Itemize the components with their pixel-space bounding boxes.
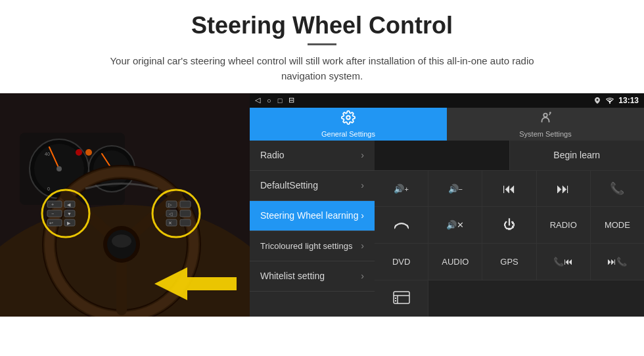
dvd-label: DVD <box>392 257 410 267</box>
device-panel: ◁ ○ □ ⊟ 13:13 <box>250 93 644 317</box>
menu-whitelist-arrow: › <box>361 271 364 281</box>
power-button[interactable]: ⏻ <box>482 207 536 243</box>
page-wrapper: Steering Wheel Control Your original car… <box>0 0 644 317</box>
svg-text:0: 0 <box>47 187 50 191</box>
svg-text:↩: ↩ <box>49 221 53 225</box>
menu-item-tricoloured[interactable]: Tricoloured light settings › <box>250 231 375 261</box>
phone-button[interactable]: 📞 <box>591 171 644 207</box>
next-track-icon: ⏭📞 <box>607 256 627 267</box>
menu-radio-label: Radio <box>260 150 285 160</box>
menu-item-radio[interactable]: Radio › <box>250 141 375 171</box>
svg-text:40: 40 <box>45 152 50 156</box>
left-menu: Radio › DefaultSetting › Steering Wheel … <box>250 141 375 317</box>
controls-grid: 🔊+ 🔊− ⏮ <box>375 171 644 317</box>
tab-general[interactable]: General Settings <box>250 108 447 140</box>
title-divider <box>308 43 336 45</box>
svg-point-51 <box>346 116 350 120</box>
svg-text:▼: ▼ <box>67 211 72 216</box>
dvd-button[interactable]: DVD <box>375 244 428 280</box>
prev-icon: ⏮ <box>503 181 516 196</box>
begin-learn-button[interactable]: Begin learn <box>510 141 645 170</box>
nav-back-icon[interactable]: ◁ <box>255 96 260 104</box>
svg-line-55 <box>407 226 408 229</box>
svg-text:+: + <box>51 202 54 207</box>
hang-up-button[interactable] <box>375 207 428 243</box>
svg-point-49 <box>597 99 599 100</box>
wifi-icon <box>605 97 614 104</box>
menu-whitelist-label: Whitelist setting <box>260 271 325 281</box>
next-icon: ⏭ <box>557 181 570 196</box>
svg-rect-45 <box>180 201 191 208</box>
nav-home-icon[interactable]: ○ <box>267 97 271 104</box>
next-track-button[interactable]: ⏭📞 <box>591 244 644 280</box>
nav-recent-icon[interactable]: □ <box>278 97 283 104</box>
menu-item-whitelist[interactable]: Whitelist setting › <box>250 261 375 292</box>
svg-rect-46 <box>180 210 191 217</box>
svg-point-24 <box>112 234 131 248</box>
tab-bar: General Settings System Settings <box>250 108 644 140</box>
svg-text:−: − <box>51 211 54 216</box>
svg-point-6 <box>57 166 62 171</box>
prev-track-button[interactable]: 📞⏮ <box>537 244 591 280</box>
svg-line-54 <box>394 226 396 229</box>
empty-btn-2[interactable] <box>428 280 644 317</box>
power-icon: ⏻ <box>503 218 515 232</box>
svg-rect-28 <box>47 210 62 217</box>
prev-button[interactable]: ⏮ <box>482 171 536 207</box>
vol-up-button[interactable]: 🔊+ <box>375 171 428 207</box>
empty-placeholder <box>375 141 510 170</box>
controls-row-3: DVD AUDIO GPS 📞⏮ <box>375 244 644 280</box>
audio-button[interactable]: AUDIO <box>428 244 482 280</box>
menu-steering-label: Steering Wheel learning <box>260 210 358 221</box>
svg-text:✕: ✕ <box>168 221 172 225</box>
extra-button[interactable] <box>375 280 428 317</box>
begin-learn-row: Begin learn <box>375 141 644 171</box>
prev-track-icon: 📞⏮ <box>553 256 573 267</box>
status-bar: ◁ ○ □ ⊟ 13:13 <box>250 93 644 108</box>
page-title: Steering Wheel Control <box>26 12 618 39</box>
tab-general-label: General Settings <box>321 130 375 138</box>
hang-up-icon <box>394 219 409 231</box>
menu-item-steering[interactable]: Steering Wheel learning › <box>250 201 375 231</box>
controls-row-1: 🔊+ 🔊− ⏮ <box>375 171 644 208</box>
mute-button[interactable]: 🔊✕ <box>428 207 482 243</box>
header-section: Steering Wheel Control Your original car… <box>0 0 644 91</box>
mode-label: MODE <box>605 220 630 230</box>
radio-button[interactable]: RADIO <box>537 207 591 243</box>
right-controls: Begin learn 🔊+ <box>375 141 644 317</box>
menu-steering-arrow: › <box>361 210 364 221</box>
menu-default-arrow: › <box>361 180 364 190</box>
gps-button[interactable]: GPS <box>482 244 536 280</box>
svg-point-15 <box>85 149 92 156</box>
menu-tricoloured-label: Tricoloured light settings <box>260 241 352 251</box>
general-settings-icon <box>341 110 356 128</box>
tab-system[interactable]: System Settings <box>447 108 644 140</box>
vol-up-icon: 🔊+ <box>394 184 408 194</box>
svg-point-50 <box>609 102 610 104</box>
next-button[interactable]: ⏭ <box>537 171 591 207</box>
mode-button[interactable]: MODE <box>591 207 644 243</box>
location-icon <box>593 97 601 104</box>
vol-down-icon: 🔊− <box>448 184 463 194</box>
nav-extra-icon[interactable]: ⊟ <box>288 96 294 104</box>
tab-system-label: System Settings <box>519 130 571 138</box>
content-area: 0 80 40 <box>0 93 644 317</box>
car-image: 0 80 40 <box>0 93 250 317</box>
extra-icon <box>392 290 411 307</box>
svg-rect-26 <box>47 201 62 208</box>
menu-item-default[interactable]: DefaultSetting › <box>250 171 375 201</box>
svg-rect-60 <box>395 300 396 301</box>
system-settings-icon <box>538 110 553 128</box>
controls-row-4 <box>375 280 644 317</box>
svg-point-52 <box>543 114 547 118</box>
gps-label: GPS <box>500 257 518 267</box>
controls-row-2: 🔊✕ ⏻ RADIO MODE <box>375 207 644 244</box>
vol-down-button[interactable]: 🔊− <box>428 171 482 207</box>
device-screen: Radio › DefaultSetting › Steering Wheel … <box>250 141 644 317</box>
mute-icon: 🔊✕ <box>446 220 464 230</box>
menu-default-label: DefaultSetting <box>260 180 318 190</box>
time-display: 13:13 <box>618 96 639 105</box>
svg-point-53 <box>549 112 551 114</box>
phone-icon: 📞 <box>610 181 624 196</box>
radio-label: RADIO <box>550 220 577 230</box>
